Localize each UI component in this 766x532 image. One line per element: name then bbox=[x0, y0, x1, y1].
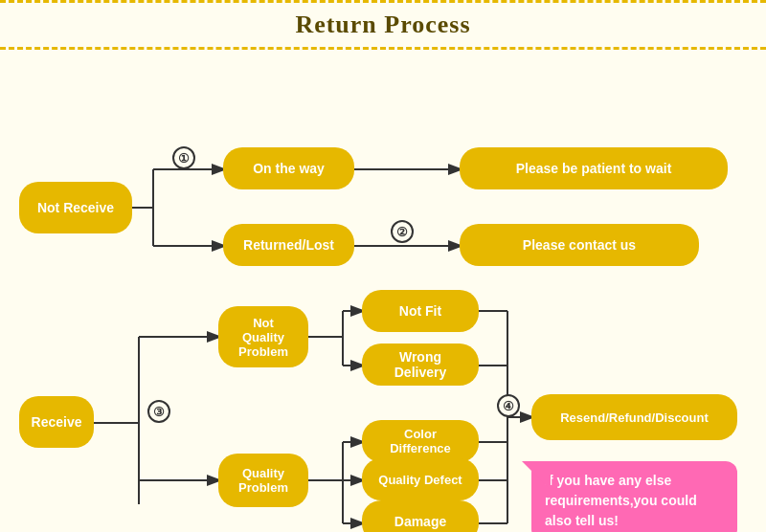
quality-defect-button: Quality Defect bbox=[362, 458, 479, 500]
circle-4: ④ bbox=[497, 394, 520, 417]
speech-bubble: If you have any else requirements,you co… bbox=[531, 461, 737, 532]
quality-problem-button: Quality Problem bbox=[218, 454, 308, 507]
page-header: Return Process bbox=[0, 0, 766, 50]
returned-lost-button: Returned/Lost bbox=[223, 224, 354, 266]
contact-us-button: Please contact us bbox=[460, 224, 699, 266]
on-the-way-button: On the way bbox=[223, 147, 354, 189]
not-receive-button: Not Receive bbox=[19, 182, 132, 233]
receive-button: Receive bbox=[19, 396, 94, 448]
not-fit-button: Not Fit bbox=[362, 290, 479, 332]
be-patient-button: Please be patient to wait bbox=[460, 147, 728, 189]
wrong-delivery-button: Wrong Delivery bbox=[362, 344, 479, 386]
resend-button: Resend/Refund/Discount bbox=[531, 394, 737, 440]
damage-button: Damage bbox=[362, 500, 479, 532]
not-quality-button: Not Quality Problem bbox=[218, 306, 308, 367]
circle-3: ③ bbox=[147, 400, 170, 423]
circle-1: ① bbox=[172, 146, 195, 169]
color-difference-button: Color Difference bbox=[362, 420, 479, 462]
circle-2: ② bbox=[391, 220, 414, 243]
diagram-content: Not Receive On the way Returned/Lost Ple… bbox=[0, 59, 766, 532]
page-title: Return Process bbox=[0, 11, 766, 39]
